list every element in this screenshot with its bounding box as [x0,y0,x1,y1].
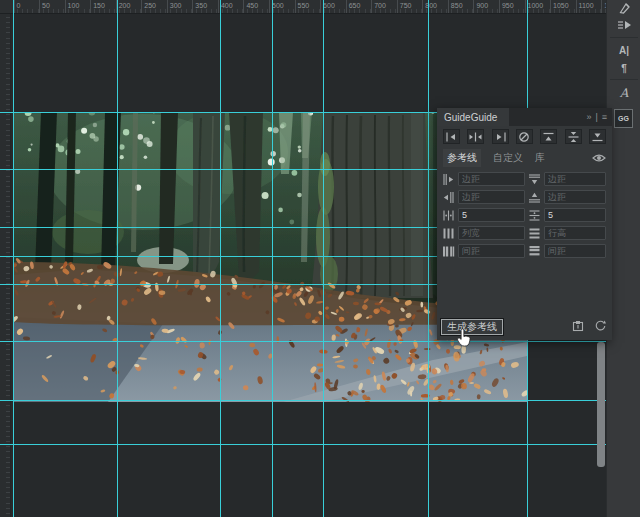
ruler-label: 900 [476,1,488,10]
dock-divider [610,37,638,38]
add-horizontal-center-guide-button[interactable] [565,129,582,144]
pen-tool-icon[interactable] [607,0,640,16]
panel-title-tab[interactable]: GuideGuide [437,108,509,126]
tab-sets[interactable]: 库 [535,151,545,165]
ruler-label: 1050 [553,1,569,10]
glyphs-panel-icon[interactable]: A [607,84,640,102]
refresh-icon[interactable] [594,320,606,334]
canvas-scrollbar[interactable] [597,342,605,467]
ruler-label: 650 [349,1,361,10]
guide-grid-fields [437,172,612,258]
ruler-label: 300 [170,1,182,10]
row-height-icon [528,227,541,240]
ruler-vertical[interactable] [0,13,11,517]
ruler-label: 700 [374,1,386,10]
ruler-label: 950 [502,1,514,10]
ruler-tick [320,0,321,13]
clear-guides-button[interactable] [516,129,533,144]
tab-guides[interactable]: 参考线 [443,149,481,167]
column-width-icon [442,227,455,240]
save-set-icon[interactable] [572,320,584,334]
column-gutter-input[interactable] [458,244,525,258]
add-top-edge-guide-button[interactable] [540,129,557,144]
ruler-tick [167,0,168,13]
ruler-label: 200 [119,1,131,10]
column-width-input[interactable] [458,226,525,240]
bottom-margin-icon [528,191,541,204]
ruler-label: 150 [93,1,105,10]
ruler-tick [141,0,142,13]
quick-guide-actions [437,129,612,146]
ruler-tick [192,0,193,13]
add-vertical-center-guide-button[interactable] [467,129,484,144]
ruler-label: 1000 [528,1,544,10]
ruler-tick [218,0,219,13]
panel-tabs: 参考线 自定义 库 [437,149,612,167]
columns-icon [442,209,455,222]
ruler-tick [473,0,474,13]
bottom-margin-input[interactable] [544,190,606,204]
ruler-tick [269,0,270,13]
large-tree-trunk [305,112,437,309]
ruler-tick [116,0,117,13]
left-margin-icon [442,173,455,186]
ruler-label: 500 [272,1,284,10]
rows-input[interactable] [544,208,606,222]
ruler-label: 850 [451,1,463,10]
ruler-tick [422,0,423,13]
ruler-label: 350 [195,1,207,10]
ruler-label: 450 [246,1,258,10]
ruler-tick [65,0,66,13]
generate-guides-button[interactable]: 生成参考线 [441,319,503,335]
ruler-tick [525,0,526,13]
top-margin-icon [528,173,541,186]
columns-input[interactable] [458,208,525,222]
dock-divider [610,79,638,80]
tab-custom[interactable]: 自定义 [493,151,523,165]
ruler-label: 100 [68,1,80,10]
ruler-label: 750 [400,1,412,10]
ruler-tick [601,0,602,13]
ruler-label: 1100 [579,1,594,10]
ruler-tick [371,0,372,13]
ruler-tick [550,0,551,13]
ruler-tick [90,0,91,13]
guideguide-panel: GuideGuide » | ≡ [437,108,612,340]
add-bottom-edge-guide-button[interactable] [589,129,606,144]
add-right-edge-guide-button[interactable] [492,129,509,144]
toggle-visibility-eye-icon[interactable] [592,153,606,163]
panel-header: GuideGuide » | ≡ [437,108,612,126]
ruler-tick [397,0,398,13]
ruler-tick [39,0,40,13]
add-left-edge-guide-button[interactable] [443,129,460,144]
column-gutter-icon [442,245,455,258]
photoshop-workspace: 0501001502002503003504004505005506006507… [0,0,640,517]
ruler-label: 800 [425,1,437,10]
ruler-label: 50 [42,1,50,10]
top-margin-input[interactable] [544,172,606,186]
row-gutter-icon [528,245,541,258]
left-margin-input[interactable] [458,172,525,186]
ruler-tick [243,0,244,13]
right-margin-input[interactable] [458,190,525,204]
panel-menu-icon[interactable]: ≡ [602,112,607,122]
collapse-panel-icon[interactable]: » [586,112,591,122]
horizontal-guide[interactable] [0,444,606,445]
ruler-label: 400 [221,1,233,10]
ruler-label: 550 [298,1,310,10]
right-margin-icon [442,191,455,204]
ruler-tick [576,0,577,13]
ruler-tick [295,0,296,13]
paragraph-panel-icon[interactable]: ¶ [607,59,640,77]
ruler-tick [346,0,347,13]
rows-icon [528,209,541,222]
brush-settings-icon[interactable] [607,16,640,34]
ruler-tick [499,0,500,13]
character-panel-icon[interactable]: A| [607,41,640,59]
ruler-horizontal[interactable]: 0501001502002503003504004505005506006507… [0,0,606,14]
row-height-input[interactable] [544,226,606,240]
row-gutter-input[interactable] [544,244,606,258]
ruler-corner[interactable] [0,0,14,14]
ruler-label: 0 [17,1,21,10]
guideguide-dock-button[interactable]: GG [614,109,633,128]
